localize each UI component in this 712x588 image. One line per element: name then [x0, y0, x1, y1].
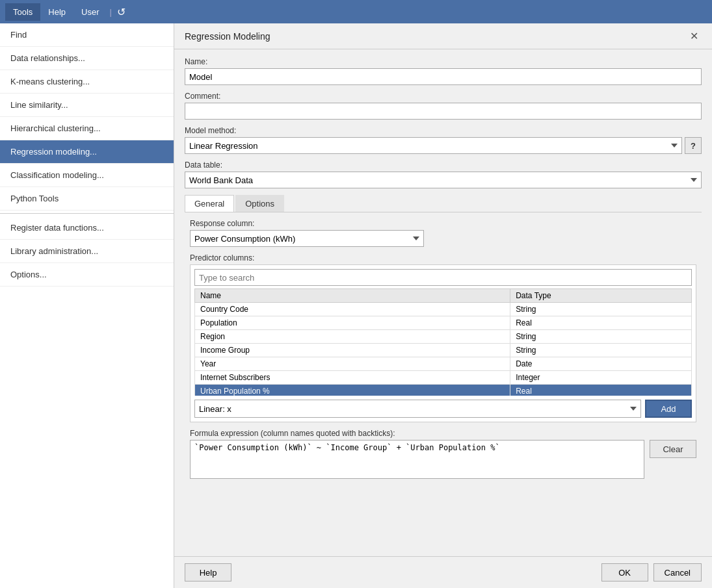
row-name: Region: [195, 330, 510, 344]
model-method-help-button[interactable]: ?: [685, 137, 702, 154]
table-row[interactable]: Internet Subscribers Integer: [195, 371, 692, 385]
table-row[interactable]: Country Code String: [195, 303, 692, 316]
row-type-selected: Real: [510, 385, 692, 396]
formula-row: `Power Consumption (kWh)` ~ `Income Grou…: [190, 440, 696, 479]
dialog: Regression Modeling ✕ Name: Comment: Mod…: [174, 23, 712, 588]
response-column-select[interactable]: Power Consumption (kWh) GDP Population: [190, 230, 424, 247]
table-row[interactable]: Year Date: [195, 357, 692, 371]
response-column-group: Response column: Power Consumption (kWh)…: [190, 219, 696, 247]
sidebar-item-line-similarity[interactable]: Line similarity...: [0, 94, 174, 117]
data-table-label: Data table:: [185, 160, 702, 170]
sidebar: Find Data relationships... K-means clust…: [0, 23, 174, 588]
row-type: String: [510, 303, 692, 316]
sidebar-item-find[interactable]: Find: [0, 23, 174, 47]
model-method-group: Model method: Linear Regression Polynomi…: [185, 126, 702, 154]
comment-input[interactable]: [185, 103, 702, 120]
name-group: Name:: [185, 57, 702, 85]
col-header-name: Name: [195, 289, 510, 303]
sidebar-item-library-admin[interactable]: Library administration...: [0, 240, 174, 263]
menu-divider: |: [110, 7, 112, 17]
name-input[interactable]: [185, 68, 702, 85]
predictor-search-input[interactable]: [194, 269, 692, 286]
help-footer-button[interactable]: Help: [185, 563, 231, 582]
table-row[interactable]: Population Real: [195, 316, 692, 330]
sidebar-item-python-tools[interactable]: Python Tools: [0, 187, 174, 211]
menu-user[interactable]: User: [73, 3, 107, 21]
sidebar-divider: [0, 213, 174, 214]
main-content: Regression Modeling ✕ Name: Comment: Mod…: [174, 23, 712, 588]
dialog-body: Name: Comment: Model method: Linear Regr…: [174, 49, 712, 556]
table-row-selected[interactable]: Urban Population % Real: [195, 385, 692, 396]
add-button[interactable]: Add: [645, 400, 692, 418]
row-name-selected: Urban Population %: [195, 385, 510, 396]
dialog-footer: Help OK Cancel: [174, 556, 712, 588]
row-type: Integer: [510, 371, 692, 385]
sidebar-item-data-relationships[interactable]: Data relationships...: [0, 47, 174, 70]
comment-label: Comment:: [185, 92, 702, 101]
table-row[interactable]: Income Group String: [195, 344, 692, 357]
model-method-label: Model method:: [185, 126, 702, 135]
dialog-close-button[interactable]: ✕: [686, 29, 702, 44]
tab-options[interactable]: Options: [235, 195, 284, 212]
sidebar-item-hierarchical[interactable]: Hierarchical clustering...: [0, 117, 174, 140]
sidebar-item-options[interactable]: Options...: [0, 263, 174, 287]
predictor-section: Name Data Type Country Code String: [190, 264, 696, 422]
dialog-title: Regression Modeling: [185, 31, 270, 42]
data-table-group: Data table: World Bank Data: [185, 160, 702, 188]
sidebar-item-kmeans[interactable]: K-means clustering...: [0, 70, 174, 94]
sidebar-item-classification[interactable]: Classification modeling...: [0, 164, 174, 187]
sidebar-item-register-functions[interactable]: Register data functions...: [0, 216, 174, 240]
row-name: Country Code: [195, 303, 510, 316]
row-name: Income Group: [195, 344, 510, 357]
row-type: Date: [510, 357, 692, 371]
predictor-table-scroll[interactable]: Name Data Type Country Code String: [194, 288, 692, 396]
dialog-titlebar: Regression Modeling ✕: [174, 23, 712, 49]
row-type: String: [510, 344, 692, 357]
add-row: Linear: x Quadratic: x^2 Log: log(x) Add: [194, 400, 692, 418]
ok-button[interactable]: OK: [601, 563, 648, 582]
predictor-columns-group: Predictor columns: Name Data Type: [190, 253, 696, 422]
row-name: Year: [195, 357, 510, 371]
comment-group: Comment:: [185, 92, 702, 120]
refresh-icon[interactable]: ↺: [117, 6, 125, 18]
transform-select[interactable]: Linear: x Quadratic: x^2 Log: log(x): [194, 400, 641, 418]
app-layout: Find Data relationships... K-means clust…: [0, 23, 712, 588]
row-name: Internet Subscribers: [195, 371, 510, 385]
tab-content-general: Response column: Power Consumption (kWh)…: [185, 219, 702, 479]
name-label: Name:: [185, 57, 702, 66]
formula-textarea[interactable]: `Power Consumption (kWh)` ~ `Income Grou…: [190, 440, 644, 479]
cancel-button[interactable]: Cancel: [653, 563, 702, 582]
row-type: Real: [510, 316, 692, 330]
model-method-select[interactable]: Linear Regression Polynomial Regression …: [185, 137, 682, 154]
formula-label: Formula expression (column names quoted …: [190, 429, 696, 438]
model-method-wrapper: Linear Regression Polynomial Regression …: [185, 137, 702, 154]
row-name: Population: [195, 316, 510, 330]
response-column-label: Response column:: [190, 219, 696, 228]
menu-tools[interactable]: Tools: [5, 3, 40, 21]
col-header-type: Data Type: [510, 289, 692, 303]
menu-bar: Tools Help User | ↺: [0, 0, 712, 23]
data-table-select[interactable]: World Bank Data: [185, 172, 702, 188]
menu-help[interactable]: Help: [40, 3, 73, 21]
predictor-columns-label: Predictor columns:: [190, 253, 696, 262]
predictor-table: Name Data Type Country Code String: [194, 288, 692, 396]
sidebar-item-regression[interactable]: Regression modeling...: [0, 140, 174, 164]
tabs-bar: General Options: [185, 195, 702, 212]
formula-section: Formula expression (column names quoted …: [190, 429, 696, 479]
tab-general[interactable]: General: [185, 195, 234, 212]
table-row[interactable]: Region String: [195, 330, 692, 344]
row-type: String: [510, 330, 692, 344]
clear-button[interactable]: Clear: [650, 440, 696, 458]
